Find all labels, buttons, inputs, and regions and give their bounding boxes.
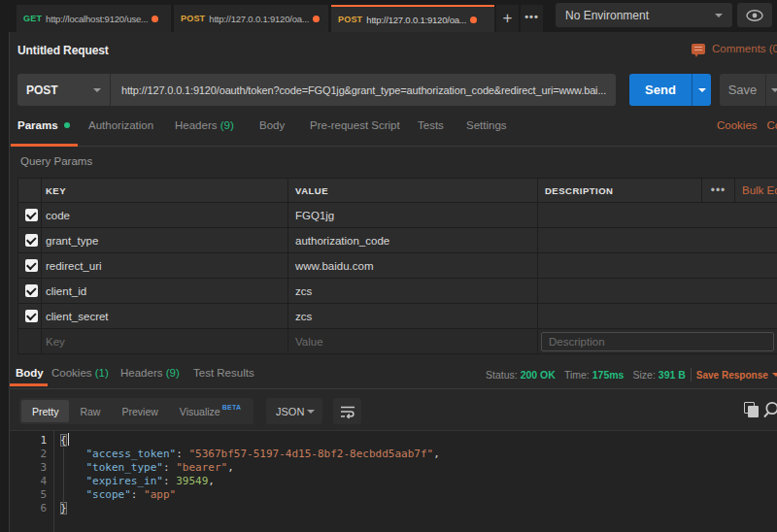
tab-body[interactable]: Body: [259, 119, 285, 131]
language-selector[interactable]: JSON: [266, 398, 322, 424]
new-value-input[interactable]: Value: [288, 329, 538, 353]
code-token-punct: ,: [433, 448, 440, 460]
tab-label: Params: [17, 119, 58, 131]
param-row-client-secret: client_secret zcs: [17, 304, 777, 329]
search-icon: [761, 400, 777, 421]
tab-tests[interactable]: Tests: [418, 119, 444, 131]
response-meta: Status: 200 OK Time: 175ms Size: 391 B S…: [486, 368, 777, 382]
param-value[interactable]: authorization_code: [288, 228, 538, 252]
code-token-string: "5367bf57-5197-4d15-8bf2-8ecbdd5aab7f": [188, 448, 433, 460]
search-response-button[interactable]: [761, 400, 777, 421]
code-token-punct: ,: [208, 475, 215, 487]
param-value[interactable]: zcs: [288, 304, 538, 328]
save-button[interactable]: Save: [720, 74, 777, 106]
param-row-new: Key Value Description: [17, 329, 777, 354]
param-value[interactable]: www.baidu.com: [288, 253, 538, 278]
line-number: 6: [10, 502, 47, 515]
line-number: 1: [10, 434, 47, 448]
chevron-down-icon: [771, 88, 777, 92]
view-raw[interactable]: Raw: [69, 400, 111, 422]
view-pretty[interactable]: Pretty: [21, 400, 69, 422]
save-options-button[interactable]: [766, 88, 777, 92]
param-description[interactable]: [538, 228, 777, 252]
param-description[interactable]: [538, 253, 777, 278]
row-checkbox[interactable]: [25, 310, 38, 322]
column-options-button[interactable]: •••: [702, 179, 735, 202]
tab-options-button[interactable]: •••: [521, 5, 543, 32]
response-body-editor[interactable]: 123456 { "access_token": "5367bf57-5197-…: [10, 430, 777, 532]
param-row-code: code FGQ1jg: [17, 203, 777, 228]
language-label: JSON: [276, 406, 304, 417]
select-cell: [18, 253, 42, 278]
param-key[interactable]: grant_type: [42, 228, 288, 252]
environment-selector[interactable]: No Environment: [556, 3, 732, 27]
param-key[interactable]: client_secret: [42, 304, 288, 328]
param-value[interactable]: FGQ1jg: [288, 203, 538, 227]
eye-icon: [746, 10, 763, 21]
tab-response-cookies[interactable]: Cookies (1): [51, 367, 109, 379]
copy-response-button[interactable]: [744, 402, 760, 418]
request-title-bar: Untitled Request Comments (0): [10, 32, 777, 64]
table-header-row: KEY VALUE DESCRIPTION ••• Bulk Edit: [17, 178, 777, 203]
request-tab-3-active[interactable]: POST http://127.0.0.1:9120/oa...: [331, 5, 494, 32]
bulk-edit-link[interactable]: Bulk Edit: [735, 179, 777, 202]
ellipsis-icon: •••: [524, 11, 539, 22]
copy-icon-front: [748, 406, 759, 417]
row-checkbox[interactable]: [25, 259, 38, 272]
send-button[interactable]: Send: [629, 74, 711, 106]
request-tabs: Params Authorization Headers (9) Body Pr…: [10, 107, 777, 147]
param-description[interactable]: [538, 203, 777, 227]
save-response-button[interactable]: Save Response: [696, 370, 777, 381]
response-tabs: Body Cookies (1) Headers (9) Test Result…: [10, 360, 777, 389]
unsaved-dot-icon: [470, 17, 477, 23]
text-cursor: [68, 433, 69, 446]
wrap-lines-icon: [340, 405, 355, 418]
code-line: "token_type": "bearer",: [60, 461, 440, 475]
wrap-lines-button[interactable]: [333, 398, 361, 424]
new-description-input[interactable]: Description: [538, 329, 777, 353]
tab-response-body[interactable]: Body: [16, 367, 44, 379]
ellipsis-icon: •••: [711, 187, 726, 193]
tab-settings[interactable]: Settings: [466, 119, 507, 131]
param-value[interactable]: zcs: [288, 279, 538, 303]
comment-icon: [692, 44, 705, 54]
environment-quick-look-button[interactable]: [737, 3, 772, 27]
tab-test-results[interactable]: Test Results: [193, 367, 254, 379]
code-token-punct: :: [131, 488, 144, 501]
row-checkbox[interactable]: [25, 284, 38, 297]
param-description[interactable]: [538, 279, 777, 303]
param-description[interactable]: [538, 304, 777, 328]
cookies-link[interactable]: Cookies: [717, 119, 758, 131]
code-line: "expires_in": 39549,: [60, 475, 440, 488]
tab-method-badge: POST: [338, 15, 362, 24]
param-key[interactable]: code: [42, 203, 288, 227]
method-selector[interactable]: POST: [17, 74, 110, 106]
select-cell: [18, 203, 42, 227]
comments-button[interactable]: Comments (0): [692, 43, 777, 54]
view-mode-switch: Pretty Raw Preview VisualizeBETA: [19, 398, 253, 424]
view-visualize[interactable]: VisualizeBETA: [169, 400, 253, 422]
request-tab-2[interactable]: POST http://127.0.0.1:9120/oa...: [174, 5, 328, 32]
param-key[interactable]: client_id: [42, 279, 288, 303]
params-active-dot-icon: [64, 122, 70, 128]
row-checkbox[interactable]: [25, 234, 38, 247]
send-options-button[interactable]: [693, 88, 711, 92]
view-label: Visualize: [180, 406, 220, 417]
new-key-input[interactable]: Key: [42, 329, 288, 353]
row-checkbox[interactable]: [25, 209, 38, 221]
tab-authorization[interactable]: Authorization: [88, 119, 153, 131]
tab-headers[interactable]: Headers (9): [175, 119, 234, 131]
new-tab-button[interactable]: +: [496, 5, 519, 32]
tab-response-headers[interactable]: Headers (9): [120, 367, 180, 379]
tab-method-badge: POST: [181, 14, 205, 23]
tab-pre-request-script[interactable]: Pre-request Script: [310, 119, 400, 131]
code-token-punct: ,: [227, 461, 234, 474]
placeholder-text: Description: [549, 336, 605, 348]
tab-params[interactable]: Params: [17, 119, 70, 131]
url-input[interactable]: http://127.0.0.1:9120/oauth/token?code=F…: [110, 74, 616, 106]
param-key[interactable]: redirect_uri: [42, 253, 288, 278]
code-link[interactable]: Code: [767, 119, 777, 131]
view-preview[interactable]: Preview: [111, 400, 168, 422]
request-tab-1[interactable]: GET http://localhost:9120/use...: [17, 5, 171, 32]
beta-badge: BETA: [222, 404, 242, 411]
